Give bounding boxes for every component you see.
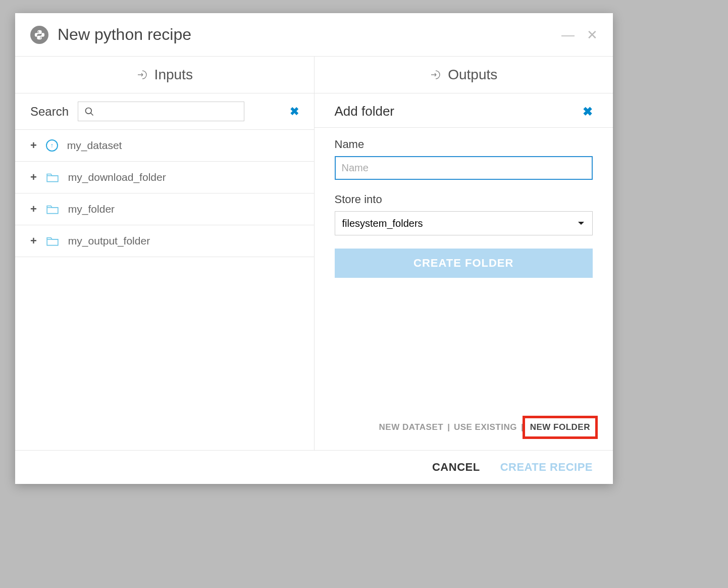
store-into-select[interactable]: filesystem_folders: [335, 211, 593, 235]
create-recipe-button[interactable]: CREATE RECIPE: [500, 461, 593, 474]
add-input-button[interactable]: +: [30, 139, 37, 152]
search-input-wrapper[interactable]: [78, 102, 244, 121]
columns: Inputs Search ✖ + ↑ my_dataset + my_down…: [15, 57, 613, 450]
inputs-header: Inputs: [15, 57, 314, 93]
folder-icon: [46, 204, 59, 215]
dataset-icon: ↑: [46, 139, 58, 152]
create-folder-button[interactable]: CREATE FOLDER: [335, 249, 593, 278]
add-input-button[interactable]: +: [30, 203, 37, 216]
input-item-label: my_folder: [68, 203, 115, 215]
outputs-header-label: Outputs: [448, 67, 497, 83]
modal-header: New python recipe — ✕: [15, 13, 613, 56]
folder-name-input[interactable]: [335, 156, 593, 180]
new-folder-link[interactable]: NEW FOLDER: [530, 422, 590, 432]
name-label: Name: [335, 138, 593, 151]
svg-line-1: [91, 113, 93, 115]
search-row: Search ✖: [15, 93, 314, 130]
search-clear-button[interactable]: ✖: [290, 105, 299, 118]
input-item-row[interactable]: + my_download_folder: [15, 162, 314, 193]
highlight-annotation: NEW FOLDER: [523, 416, 598, 439]
add-folder-title: Add folder: [335, 104, 395, 119]
input-item-row[interactable]: + my_folder: [15, 193, 314, 225]
header-controls: — ✕: [561, 28, 598, 41]
cancel-button[interactable]: CANCEL: [432, 461, 480, 474]
python-icon: [30, 26, 48, 44]
search-label: Search: [30, 105, 69, 119]
use-existing-link[interactable]: USE EXISTING: [454, 422, 517, 432]
outputs-body: Add folder ✖ Name Store into filesystem_…: [315, 93, 613, 450]
store-label: Store into: [335, 193, 593, 206]
modal-title: New python recipe: [58, 25, 552, 44]
input-item-row[interactable]: + my_output_folder: [15, 225, 314, 257]
close-add-folder-button[interactable]: ✖: [583, 105, 593, 119]
add-input-button[interactable]: +: [30, 171, 37, 184]
inputs-header-label: Inputs: [154, 67, 193, 83]
arrow-into-icon: [136, 69, 148, 81]
divider: [315, 127, 613, 128]
input-item-label: my_download_folder: [68, 171, 166, 183]
search-input[interactable]: [99, 106, 238, 117]
add-folder-header: Add folder ✖: [335, 104, 593, 119]
output-type-links: NEW DATASET | USE EXISTING | NEW FOLDER: [335, 420, 593, 440]
inputs-column: Inputs Search ✖ + ↑ my_dataset + my_down…: [15, 57, 315, 450]
input-item-row[interactable]: + ↑ my_dataset: [15, 130, 314, 162]
add-input-button[interactable]: +: [30, 234, 37, 248]
outputs-header: Outputs: [315, 57, 613, 93]
close-button[interactable]: ✕: [587, 28, 598, 41]
folder-icon: [46, 235, 59, 247]
input-item-label: my_output_folder: [68, 235, 150, 247]
folder-icon: [46, 172, 59, 183]
arrow-into-icon: [430, 69, 442, 81]
outputs-column: Outputs Add folder ✖ Name Store into fil…: [315, 57, 613, 450]
modal-footer: CANCEL CREATE RECIPE: [15, 450, 613, 484]
store-select-wrapper: filesystem_folders: [335, 211, 593, 235]
minimize-button[interactable]: —: [561, 28, 575, 41]
svg-point-0: [86, 108, 92, 114]
search-icon: [84, 107, 94, 117]
new-recipe-modal: New python recipe — ✕ Inputs Search ✖ +: [15, 13, 613, 484]
new-dataset-link[interactable]: NEW DATASET: [379, 422, 444, 432]
separator: |: [447, 422, 450, 432]
input-item-label: my_dataset: [67, 139, 122, 152]
